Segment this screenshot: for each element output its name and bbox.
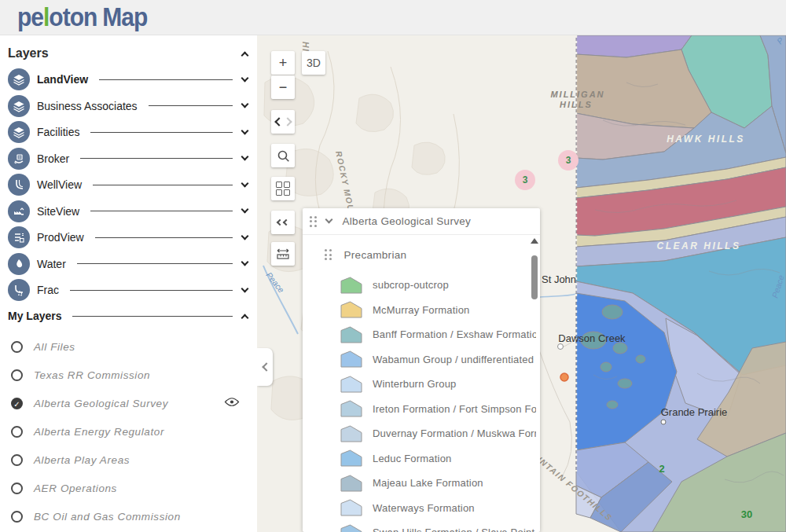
layer-group-label: WellView (37, 178, 82, 191)
alberta-geological-survey-panel: Alberta Geological Survey Precambrian su… (303, 208, 540, 532)
measure-icon (276, 248, 290, 260)
layer-group-water[interactable]: Water (8, 253, 248, 275)
radio-unchecked-icon[interactable] (11, 341, 23, 353)
cluster-badge[interactable]: 3 (515, 170, 535, 190)
divider-line (95, 237, 233, 238)
cluster-count: 3 (566, 155, 571, 166)
layer-group-landview[interactable]: LandView (8, 68, 248, 90)
my-layer-label: Alberta Energy Regulator (34, 426, 164, 438)
chevron-down-icon[interactable] (241, 74, 249, 82)
peloton-map-app: pelotonMap Layers LandView Business Asso… (0, 0, 786, 532)
chevron-down-icon[interactable] (241, 206, 249, 214)
map-canvas[interactable]: MILLIGAN HILLS HAWK HILLS CLEAR HILLS RO… (257, 35, 786, 532)
polygon-swatch-icon (340, 524, 362, 532)
3d-view-button[interactable]: 3D (302, 51, 325, 75)
legend-item: McMurray Formation (316, 298, 540, 323)
map-number-label: 2 (659, 463, 664, 475)
drag-handle-icon[interactable] (310, 216, 317, 227)
drag-handle-icon[interactable] (325, 249, 332, 260)
fort-st-john-label: St John (542, 273, 576, 285)
basemap-gallery-button[interactable] (271, 177, 295, 200)
layer-group-wellview[interactable]: WellView (8, 174, 248, 196)
legend-item-label: Majeau Lake Formation (373, 477, 483, 489)
basemap-grid-icon (276, 182, 290, 196)
my-layer-bc-oil-and-gas-commission[interactable]: BC Oil and Gas Commission (8, 502, 248, 530)
double-chevron-left-icon (277, 220, 288, 225)
chevron-down-icon[interactable] (241, 259, 249, 266)
my-layer-alberta-play-areas[interactable]: Alberta Play Areas (8, 446, 248, 474)
polygon-swatch-icon (340, 400, 362, 417)
chevron-down-icon[interactable] (241, 179, 249, 187)
polygon-swatch-icon (340, 326, 362, 343)
visibility-eye-icon[interactable] (224, 396, 240, 410)
legend-scrollbar[interactable] (530, 237, 539, 532)
divider-line (149, 105, 233, 106)
search-button[interactable] (271, 144, 295, 167)
polygon-swatch-icon (340, 301, 362, 318)
zoom-out-button[interactable]: − (271, 75, 295, 99)
layer-group-label: Frac (37, 284, 59, 296)
next-extent-icon[interactable] (283, 117, 292, 126)
layer-group-frac[interactable]: Frac (8, 279, 248, 301)
logo-text: pe (17, 3, 43, 31)
layers-section-header[interactable]: Layers (8, 46, 248, 61)
well-point-marker[interactable] (560, 373, 568, 381)
chevron-down-icon[interactable] (325, 216, 332, 224)
layer-group-broker[interactable]: Broker (8, 148, 248, 170)
divider-line (72, 316, 233, 317)
legend-item-label: Winterburn Group (373, 378, 457, 390)
zoom-in-button[interactable]: + (271, 51, 295, 75)
previous-extent-icon[interactable] (274, 117, 283, 126)
search-icon (277, 149, 290, 163)
legend-item-label: Banff Formation / Exshaw Formation (373, 328, 536, 340)
cluster-badge[interactable]: 3 (558, 150, 578, 171)
my-layer-alberta-geological-survey[interactable]: ✓ Alberta Geological Survey (8, 389, 248, 417)
radio-unchecked-icon[interactable] (11, 426, 23, 438)
legend-item-label: Duvernay Formation / Muskwa Format (373, 427, 536, 439)
radio-unchecked-icon[interactable] (11, 511, 23, 523)
divider-line (99, 79, 233, 80)
legend-item: Banff Formation / Exshaw Formation (316, 322, 540, 347)
polygon-swatch-icon (340, 499, 362, 516)
layers-icon (8, 95, 30, 117)
layers-icon (8, 68, 30, 90)
layer-group-label: Broker (37, 152, 69, 165)
layer-group-siteview[interactable]: SiteView (8, 200, 248, 222)
legend-item: Swan Hills Formation / Slave Point For (316, 520, 540, 532)
sidebar-collapse-tab[interactable] (257, 348, 273, 386)
chevron-down-icon[interactable] (241, 284, 249, 292)
polygon-swatch-icon (340, 376, 362, 393)
chevron-up-icon[interactable] (241, 51, 249, 59)
radio-unchecked-icon[interactable] (11, 454, 23, 466)
polygon-swatch-icon (340, 350, 362, 368)
my-layer-label: All Files (34, 341, 75, 353)
radio-checked-icon[interactable]: ✓ (11, 398, 23, 409)
polygon-swatch-icon (340, 475, 362, 492)
my-layer-texas-rr-commission[interactable]: Texas RR Commission (8, 361, 248, 389)
divider-line (70, 290, 233, 291)
my-layers-section-header[interactable]: My Layers (8, 306, 248, 326)
chevron-down-icon[interactable] (241, 153, 249, 161)
chevron-up-icon[interactable] (241, 314, 249, 321)
cluster-count: 3 (523, 174, 528, 185)
chevron-down-icon[interactable] (241, 127, 249, 134)
scroll-up-arrow-icon[interactable] (531, 238, 538, 244)
my-layer-all-files[interactable]: All Files (8, 332, 248, 361)
scrollbar-thumb[interactable] (531, 255, 538, 299)
layer-group-label: Business Associates (37, 100, 138, 112)
layer-group-business-associates[interactable]: Business Associates (8, 95, 248, 117)
milligan-hills-label: HILLS (560, 100, 593, 109)
layer-group-prodview[interactable]: ProdView (8, 226, 248, 248)
legend-group-label: Precambrian (344, 249, 407, 261)
my-layer-alberta-energy-regulator[interactable]: Alberta Energy Regulator (8, 417, 248, 446)
layers-icon (8, 121, 30, 143)
my-layer-aer-operations[interactable]: AER Operations (8, 474, 248, 502)
chevron-down-icon[interactable] (241, 101, 249, 108)
radio-unchecked-icon[interactable] (11, 369, 23, 381)
measure-button[interactable] (271, 242, 295, 266)
chevron-down-icon[interactable] (241, 232, 249, 240)
layer-group-facilities[interactable]: Facilities (8, 121, 248, 143)
prev-next-extent-button[interactable] (271, 110, 295, 134)
collapse-toolbar-button[interactable] (271, 211, 295, 234)
radio-unchecked-icon[interactable] (11, 482, 23, 494)
